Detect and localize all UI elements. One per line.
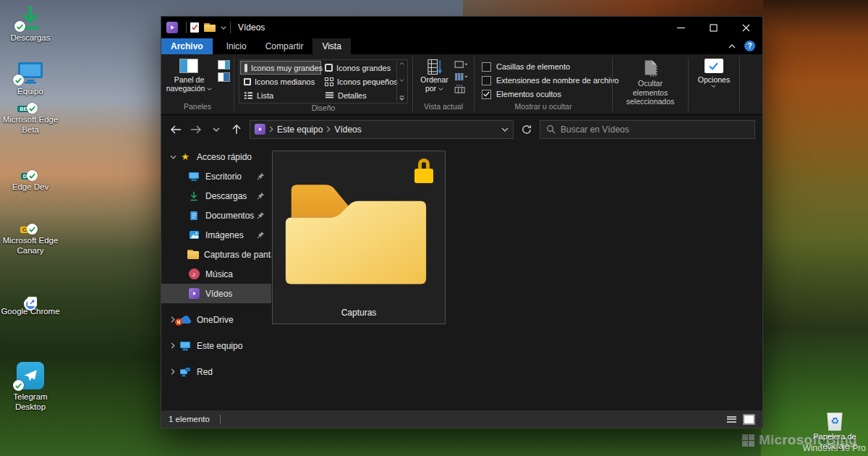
sort-by-button[interactable]: Ordenar por	[416, 57, 453, 94]
layout-iconos-pequenos[interactable]: Iconos pequeños	[321, 75, 396, 88]
close-button[interactable]	[730, 17, 762, 38]
ribbon-separator	[739, 57, 740, 111]
desktop-icon-edge-beta[interactable]: BETA Microsoft Edge Beta	[0, 112, 61, 135]
sidebar-item-videos[interactable]: Vídeos	[161, 284, 271, 303]
layout-detalles[interactable]: Detalles	[321, 88, 396, 102]
sidebar-item-imagenes[interactable]: Imágenes	[161, 225, 271, 245]
onedrive-error-badge	[175, 318, 182, 326]
add-columns-icon[interactable]	[454, 72, 468, 82]
chevron-down-icon	[438, 88, 443, 90]
address-dropdown-icon[interactable]	[501, 127, 509, 132]
chevron-collapsed-icon[interactable]	[167, 368, 179, 375]
desktop-icon-descargas[interactable]: Descargas	[0, 4, 61, 43]
back-button[interactable]	[169, 125, 183, 134]
tab-archivo[interactable]: Archivo	[161, 38, 213, 54]
medium-icons-icon	[244, 78, 251, 85]
hide-selected-icon	[642, 59, 658, 77]
maximize-button[interactable]	[697, 17, 730, 38]
minimize-button[interactable]	[665, 17, 697, 38]
group-label-vista-actual: Vista actual	[413, 102, 474, 114]
navigation-pane: ★ Acceso rápido Escritorio Descargas Doc…	[161, 143, 271, 410]
layout-iconos-muy-grandes[interactable]: Iconos muy grandes	[240, 61, 321, 75]
tab-compartir[interactable]: Compartir	[256, 38, 313, 54]
desktop-icon-label: Papelera de reciclaje	[809, 432, 861, 451]
group-by-icon[interactable]	[454, 60, 468, 69]
tab-inicio[interactable]: Inicio	[217, 38, 256, 54]
desktop-icon-edge-canary[interactable]: CAN Microsoft Edge Canary	[0, 233, 61, 256]
ribbon-group-paneles: Panel de navegación Paneles	[161, 54, 234, 114]
layout-iconos-medianos[interactable]: Iconos medianos	[240, 75, 321, 88]
ribbon-tab-row: Archivo Inicio Compartir Vista	[161, 38, 762, 54]
desktop-icon-equipo[interactable]: Equipo	[0, 61, 61, 96]
small-icons-icon	[325, 77, 333, 86]
properties-icon[interactable]	[190, 22, 199, 33]
search-box[interactable]	[540, 120, 755, 139]
size-columns-icon[interactable]	[454, 85, 468, 94]
layout-lista[interactable]: Lista	[240, 88, 321, 102]
list-view-icon	[244, 91, 253, 100]
sort-by-icon	[427, 59, 442, 75]
breadcrumb-este-equipo[interactable]: Este equipo	[277, 124, 323, 135]
thumbnail-view-toggle-icon[interactable]	[743, 414, 755, 425]
preview-pane-icon[interactable]	[218, 60, 230, 69]
ribbon-vista: Panel de navegación Paneles Iconos muy g…	[161, 54, 762, 115]
sidebar-item-capturas-de-pantalla[interactable]: Capturas de pantal	[161, 245, 271, 264]
folder-tile-capturas[interactable]: Capturas	[272, 151, 446, 324]
checkbox-elementos-ocultos[interactable]: Elementos ocultos	[482, 88, 618, 100]
titlebar-separator	[230, 22, 231, 33]
address-bar[interactable]: Este equipo Vídeos	[250, 120, 514, 139]
new-folder-icon[interactable]	[204, 23, 216, 32]
details-pane-icon[interactable]	[218, 72, 230, 82]
breadcrumb-videos[interactable]: Vídeos	[334, 124, 361, 135]
forward-button[interactable]	[189, 125, 203, 134]
search-input[interactable]	[561, 124, 749, 135]
chevron-expanded-icon[interactable]	[167, 155, 179, 159]
ribbon-group-diseno: Iconos muy grandes Iconos grandes Iconos…	[234, 54, 412, 114]
desktop-icon-telegram[interactable]: Telegram Desktop	[0, 362, 61, 413]
recent-locations-icon[interactable]	[209, 127, 224, 132]
title-bar[interactable]: Vídeos	[161, 17, 762, 38]
tab-vista[interactable]: Vista	[312, 38, 350, 54]
pin-icon	[257, 211, 265, 219]
qat-dropdown-icon[interactable]	[221, 26, 226, 30]
checkbox-checked-icon	[482, 90, 491, 99]
hide-selected-items-button[interactable]: Ocultar elementos seleccionados	[613, 57, 688, 108]
layout-gallery: Iconos muy grandes Iconos grandes Iconos…	[239, 59, 408, 104]
recycle-bin-icon: ♻	[826, 410, 843, 431]
sidebar-item-musica[interactable]: ♪ Música	[161, 264, 271, 284]
up-button[interactable]	[229, 124, 244, 135]
desktop-icon-recycle-bin[interactable]: ♻ Papelera de reciclaje	[809, 410, 861, 451]
sync-check-badge	[27, 170, 38, 181]
videos-icon	[189, 288, 200, 299]
sidebar-item-documentos[interactable]: Documentos	[161, 206, 271, 225]
gallery-down-icon[interactable]	[399, 79, 404, 82]
help-icon[interactable]: ?	[744, 41, 755, 51]
layout-iconos-grandes[interactable]: Iconos grandes	[321, 61, 396, 75]
sidebar-item-descargas[interactable]: Descargas	[161, 186, 271, 206]
quick-access-star-icon: ★	[179, 151, 192, 162]
documents-icon	[187, 211, 200, 221]
ribbon-group-vista-actual: Ordenar por Vista actual	[413, 54, 474, 114]
details-view-toggle-icon[interactable]	[726, 415, 737, 424]
sidebar-item-escritorio[interactable]: Escritorio	[161, 166, 271, 186]
desktop-icon-edge-dev[interactable]: DEV Edge Dev	[0, 180, 61, 192]
navigation-pane-button[interactable]: Panel de navegación	[162, 57, 217, 94]
sidebar-item-acceso-rapido[interactable]: ★ Acceso rápido	[161, 147, 271, 166]
sidebar-item-este-equipo[interactable]: Este equipo	[161, 336, 271, 355]
desktop-icon-chrome[interactable]: ↗ Google Chrome	[0, 304, 61, 316]
sync-check-badge	[14, 21, 25, 32]
refresh-icon[interactable]	[519, 124, 534, 135]
chevron-down-icon	[207, 88, 212, 90]
file-list-area[interactable]: Capturas	[271, 143, 762, 410]
chevron-down-icon	[711, 85, 716, 88]
gallery-up-icon[interactable]	[399, 62, 404, 65]
checkbox-casillas-de-elemento[interactable]: Casillas de elemento	[482, 61, 618, 72]
chevron-collapsed-icon[interactable]	[167, 342, 179, 349]
sidebar-item-red[interactable]: Red	[161, 362, 271, 381]
gallery-more-icon[interactable]	[399, 96, 404, 101]
sidebar-item-onedrive[interactable]: OneDrive	[161, 310, 271, 329]
checkbox-extensiones[interactable]: Extensiones de nombre de archivo	[482, 75, 618, 86]
options-button[interactable]: Opciones	[691, 57, 737, 89]
collapse-ribbon-icon[interactable]	[728, 44, 736, 48]
breadcrumb-separator-icon	[269, 126, 273, 132]
